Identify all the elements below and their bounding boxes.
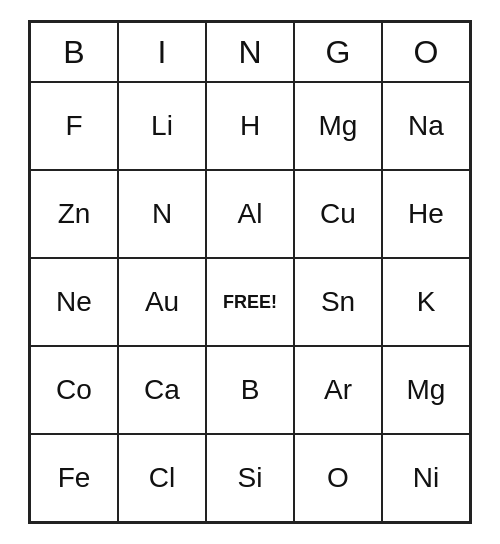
cell-r4c3: B <box>206 346 294 434</box>
cell-r1c2: Li <box>118 82 206 170</box>
cell-r1c4: Mg <box>294 82 382 170</box>
cell-r2c5: He <box>382 170 470 258</box>
bingo-row-4: Co Ca B Ar Mg <box>30 346 470 434</box>
cell-r4c4: Ar <box>294 346 382 434</box>
cell-r5c1: Fe <box>30 434 118 522</box>
cell-r5c3: Si <box>206 434 294 522</box>
cell-r4c5: Mg <box>382 346 470 434</box>
header-G: G <box>294 22 382 82</box>
cell-r2c1: Zn <box>30 170 118 258</box>
cell-r2c3: Al <box>206 170 294 258</box>
bingo-row-3: Ne Au FREE! Sn K <box>30 258 470 346</box>
bingo-row-5: Fe Cl Si O Ni <box>30 434 470 522</box>
cell-free: FREE! <box>206 258 294 346</box>
bingo-row-2: Zn N Al Cu He <box>30 170 470 258</box>
bingo-card: B I N G O F Li H Mg Na Zn N Al Cu He Ne … <box>28 20 472 524</box>
cell-r4c1: Co <box>30 346 118 434</box>
cell-r4c2: Ca <box>118 346 206 434</box>
cell-r5c5: Ni <box>382 434 470 522</box>
cell-r3c1: Ne <box>30 258 118 346</box>
header-O: O <box>382 22 470 82</box>
cell-r1c1: F <box>30 82 118 170</box>
header-B: B <box>30 22 118 82</box>
cell-r5c2: Cl <box>118 434 206 522</box>
cell-r2c4: Cu <box>294 170 382 258</box>
header-I: I <box>118 22 206 82</box>
header-N: N <box>206 22 294 82</box>
cell-r3c5: K <box>382 258 470 346</box>
cell-r1c5: Na <box>382 82 470 170</box>
bingo-header-row: B I N G O <box>30 22 470 82</box>
cell-r3c4: Sn <box>294 258 382 346</box>
cell-r5c4: O <box>294 434 382 522</box>
bingo-row-1: F Li H Mg Na <box>30 82 470 170</box>
cell-r3c2: Au <box>118 258 206 346</box>
cell-r1c3: H <box>206 82 294 170</box>
cell-r2c2: N <box>118 170 206 258</box>
